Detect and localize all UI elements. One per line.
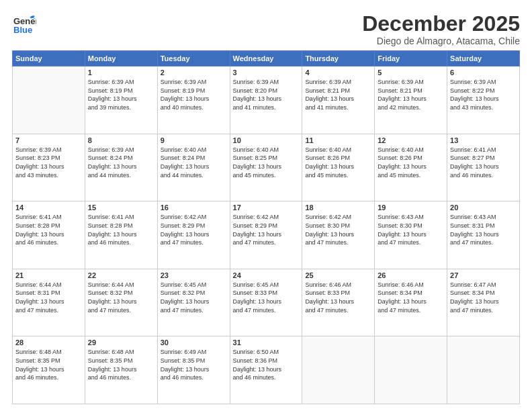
day-number: 26 bbox=[378, 271, 444, 279]
subtitle: Diego de Almagro, Atacama, Chile bbox=[362, 36, 520, 46]
calendar-cell: 8Sunrise: 6:39 AMSunset: 8:24 PMDaylight… bbox=[85, 134, 157, 201]
day-info: Sunrise: 6:39 AMSunset: 8:21 PMDaylight:… bbox=[305, 78, 371, 111]
calendar-week-row: 21Sunrise: 6:44 AMSunset: 8:31 PMDayligh… bbox=[13, 269, 520, 336]
day-number: 3 bbox=[233, 68, 300, 77]
day-info: Sunrise: 6:40 AMSunset: 8:25 PMDaylight:… bbox=[233, 146, 300, 179]
calendar-cell: 2Sunrise: 6:39 AMSunset: 8:19 PMDaylight… bbox=[157, 66, 230, 134]
day-number: 31 bbox=[233, 338, 300, 347]
day-number: 29 bbox=[88, 338, 154, 347]
calendar-week-row: 14Sunrise: 6:41 AMSunset: 8:28 PMDayligh… bbox=[13, 201, 520, 269]
day-info: Sunrise: 6:50 AMSunset: 8:36 PMDaylight:… bbox=[233, 348, 300, 381]
day-number: 13 bbox=[450, 136, 517, 144]
day-info: Sunrise: 6:41 AMSunset: 8:28 PMDaylight:… bbox=[15, 213, 82, 246]
day-info: Sunrise: 6:39 AMSunset: 8:24 PMDaylight:… bbox=[88, 146, 154, 179]
calendar-week-row: 7Sunrise: 6:39 AMSunset: 8:23 PMDaylight… bbox=[13, 134, 520, 201]
day-number: 6 bbox=[450, 68, 517, 77]
calendar-cell: 11Sunrise: 6:40 AMSunset: 8:26 PMDayligh… bbox=[302, 134, 375, 201]
day-info: Sunrise: 6:48 AMSunset: 8:35 PMDaylight:… bbox=[88, 348, 154, 381]
day-info: Sunrise: 6:42 AMSunset: 8:29 PMDaylight:… bbox=[233, 213, 300, 246]
calendar-cell: 15Sunrise: 6:41 AMSunset: 8:28 PMDayligh… bbox=[85, 201, 157, 269]
main-title: December 2025 bbox=[362, 12, 520, 36]
calendar-week-row: 28Sunrise: 6:48 AMSunset: 8:35 PMDayligh… bbox=[13, 336, 520, 404]
calendar-week-row: 1Sunrise: 6:39 AMSunset: 8:19 PMDaylight… bbox=[13, 66, 520, 134]
day-number: 14 bbox=[15, 203, 82, 212]
calendar-cell: 7Sunrise: 6:39 AMSunset: 8:23 PMDaylight… bbox=[13, 134, 85, 201]
day-info: Sunrise: 6:39 AMSunset: 8:19 PMDaylight:… bbox=[88, 78, 154, 111]
day-number: 2 bbox=[161, 68, 227, 77]
day-info: Sunrise: 6:46 AMSunset: 8:34 PMDaylight:… bbox=[378, 281, 444, 314]
calendar-cell: 23Sunrise: 6:45 AMSunset: 8:32 PMDayligh… bbox=[157, 269, 230, 336]
day-number: 15 bbox=[88, 203, 154, 212]
day-info: Sunrise: 6:40 AMSunset: 8:26 PMDaylight:… bbox=[305, 146, 371, 179]
day-number: 30 bbox=[161, 338, 227, 347]
day-info: Sunrise: 6:39 AMSunset: 8:21 PMDaylight:… bbox=[378, 78, 444, 111]
calendar-cell: 27Sunrise: 6:47 AMSunset: 8:34 PMDayligh… bbox=[447, 269, 520, 336]
calendar-cell: 1Sunrise: 6:39 AMSunset: 8:19 PMDaylight… bbox=[85, 66, 157, 134]
day-number: 12 bbox=[378, 136, 444, 144]
day-info: Sunrise: 6:42 AMSunset: 8:30 PMDaylight:… bbox=[305, 213, 371, 246]
calendar-cell: 17Sunrise: 6:42 AMSunset: 8:29 PMDayligh… bbox=[230, 201, 302, 269]
calendar-cell bbox=[375, 336, 447, 404]
calendar-cell: 16Sunrise: 6:42 AMSunset: 8:29 PMDayligh… bbox=[157, 201, 230, 269]
calendar-cell bbox=[13, 66, 85, 134]
day-info: Sunrise: 6:44 AMSunset: 8:32 PMDaylight:… bbox=[88, 281, 154, 314]
day-number: 24 bbox=[233, 271, 300, 279]
calendar-cell: 5Sunrise: 6:39 AMSunset: 8:21 PMDaylight… bbox=[375, 66, 447, 134]
calendar-cell bbox=[302, 336, 375, 404]
page: General Blue December 2025 Diego de Alma… bbox=[0, 0, 532, 411]
day-info: Sunrise: 6:45 AMSunset: 8:33 PMDaylight:… bbox=[233, 281, 300, 314]
day-number: 10 bbox=[233, 136, 300, 144]
logo-icon: General Blue bbox=[12, 12, 36, 39]
day-number: 25 bbox=[305, 271, 371, 279]
calendar-cell: 3Sunrise: 6:39 AMSunset: 8:20 PMDaylight… bbox=[230, 66, 302, 134]
title-block: December 2025 Diego de Almagro, Atacama,… bbox=[362, 12, 520, 46]
calendar-cell: 18Sunrise: 6:42 AMSunset: 8:30 PMDayligh… bbox=[302, 201, 375, 269]
day-number: 1 bbox=[88, 68, 154, 77]
logo: General Blue bbox=[12, 12, 36, 39]
day-number: 23 bbox=[161, 271, 227, 279]
day-number: 11 bbox=[305, 136, 371, 144]
day-info: Sunrise: 6:39 AMSunset: 8:22 PMDaylight:… bbox=[450, 78, 517, 111]
day-info: Sunrise: 6:48 AMSunset: 8:35 PMDaylight:… bbox=[15, 348, 82, 381]
calendar-table: Sunday Monday Tuesday Wednesday Thursday… bbox=[12, 50, 520, 404]
calendar-cell: 22Sunrise: 6:44 AMSunset: 8:32 PMDayligh… bbox=[85, 269, 157, 336]
day-number: 20 bbox=[450, 203, 517, 212]
calendar-cell: 31Sunrise: 6:50 AMSunset: 8:36 PMDayligh… bbox=[230, 336, 302, 404]
day-number: 17 bbox=[233, 203, 300, 212]
header: General Blue December 2025 Diego de Alma… bbox=[12, 12, 520, 46]
calendar-cell: 20Sunrise: 6:43 AMSunset: 8:31 PMDayligh… bbox=[447, 201, 520, 269]
day-number: 21 bbox=[15, 271, 82, 279]
day-info: Sunrise: 6:39 AMSunset: 8:19 PMDaylight:… bbox=[161, 78, 227, 111]
calendar-cell: 29Sunrise: 6:48 AMSunset: 8:35 PMDayligh… bbox=[85, 336, 157, 404]
day-info: Sunrise: 6:41 AMSunset: 8:27 PMDaylight:… bbox=[450, 146, 517, 179]
day-info: Sunrise: 6:49 AMSunset: 8:35 PMDaylight:… bbox=[161, 348, 227, 381]
day-info: Sunrise: 6:41 AMSunset: 8:28 PMDaylight:… bbox=[88, 213, 154, 246]
calendar-cell: 25Sunrise: 6:46 AMSunset: 8:33 PMDayligh… bbox=[302, 269, 375, 336]
calendar-cell bbox=[447, 336, 520, 404]
day-info: Sunrise: 6:39 AMSunset: 8:20 PMDaylight:… bbox=[233, 78, 300, 111]
calendar-cell: 14Sunrise: 6:41 AMSunset: 8:28 PMDayligh… bbox=[13, 201, 85, 269]
day-info: Sunrise: 6:44 AMSunset: 8:31 PMDaylight:… bbox=[15, 281, 82, 314]
day-info: Sunrise: 6:47 AMSunset: 8:34 PMDaylight:… bbox=[450, 281, 517, 314]
calendar-header-row: Sunday Monday Tuesday Wednesday Thursday… bbox=[13, 51, 520, 66]
calendar-cell: 10Sunrise: 6:40 AMSunset: 8:25 PMDayligh… bbox=[230, 134, 302, 201]
day-info: Sunrise: 6:42 AMSunset: 8:29 PMDaylight:… bbox=[161, 213, 227, 246]
day-number: 5 bbox=[378, 68, 444, 77]
day-number: 19 bbox=[378, 203, 444, 212]
day-number: 9 bbox=[161, 136, 227, 144]
col-wednesday: Wednesday bbox=[230, 51, 302, 66]
day-info: Sunrise: 6:40 AMSunset: 8:26 PMDaylight:… bbox=[378, 146, 444, 179]
calendar-cell: 28Sunrise: 6:48 AMSunset: 8:35 PMDayligh… bbox=[13, 336, 85, 404]
day-info: Sunrise: 6:40 AMSunset: 8:24 PMDaylight:… bbox=[161, 146, 227, 179]
col-sunday: Sunday bbox=[13, 51, 85, 66]
col-tuesday: Tuesday bbox=[157, 51, 230, 66]
col-friday: Friday bbox=[375, 51, 447, 66]
day-info: Sunrise: 6:39 AMSunset: 8:23 PMDaylight:… bbox=[15, 146, 82, 179]
calendar-cell: 21Sunrise: 6:44 AMSunset: 8:31 PMDayligh… bbox=[13, 269, 85, 336]
calendar-cell: 12Sunrise: 6:40 AMSunset: 8:26 PMDayligh… bbox=[375, 134, 447, 201]
day-number: 28 bbox=[15, 338, 82, 347]
svg-text:Blue: Blue bbox=[13, 25, 32, 35]
col-saturday: Saturday bbox=[447, 51, 520, 66]
calendar-cell: 13Sunrise: 6:41 AMSunset: 8:27 PMDayligh… bbox=[447, 134, 520, 201]
day-number: 27 bbox=[450, 271, 517, 279]
